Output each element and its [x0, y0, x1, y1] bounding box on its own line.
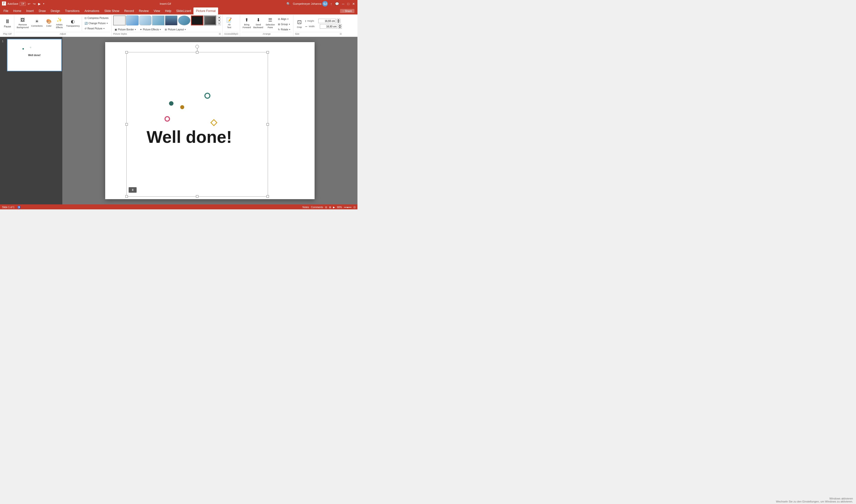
send-backward-label: SendBackward	[253, 23, 263, 29]
crop-button[interactable]: ⊡ Crop	[295, 16, 304, 31]
color-button[interactable]: 🎨 Color	[44, 16, 54, 31]
selection-pane-button[interactable]: ☰ SelectionPane	[265, 16, 276, 31]
picture-style-4[interactable]	[152, 16, 164, 25]
restore-button[interactable]: □	[347, 2, 349, 6]
accessibility-expand[interactable]: ⊡	[236, 33, 238, 35]
menu-draw[interactable]: Draw	[36, 7, 48, 15]
rotate-arrow: ▾	[289, 29, 290, 31]
menu-design[interactable]: Design	[48, 7, 62, 15]
picture-style-3[interactable]	[139, 16, 151, 25]
close-button[interactable]: ✕	[352, 2, 355, 6]
share-icon[interactable]: ↑	[330, 2, 332, 6]
handle-ml[interactable]	[125, 123, 128, 126]
rotate-button[interactable]: ↻ Rotate ▾	[277, 27, 292, 32]
comments-button[interactable]: Comments	[311, 206, 323, 209]
picture-border-label: Picture Border	[118, 28, 134, 31]
ribbon-group-accessibility: 📝 AltText Accessibility ⊡	[222, 15, 240, 36]
menu-record[interactable]: Record	[122, 7, 136, 15]
redo-icon[interactable]: ↪	[33, 2, 36, 6]
search-icon[interactable]: 🔍	[286, 2, 290, 6]
picture-style-7[interactable]	[191, 16, 203, 25]
reset-picture-button[interactable]: ↺ Reset Picture ▾	[83, 26, 110, 31]
shape-teal-ring	[204, 93, 210, 99]
bring-forward-button[interactable]: ⬆ BringForward	[242, 16, 252, 31]
menu-transitions[interactable]: Transitions	[63, 7, 82, 15]
pause-button[interactable]: ⏸ Pause	[2, 16, 13, 31]
menu-home[interactable]: Home	[11, 7, 24, 15]
ps-scroll-up[interactable]: ▲	[217, 16, 221, 19]
align-button[interactable]: ⊟ Align ▾	[277, 16, 292, 21]
handle-tr[interactable]	[266, 51, 269, 54]
slide-thumbnail-1[interactable]: Well done!	[7, 39, 62, 71]
minimize-button[interactable]: ─	[342, 2, 344, 6]
ps-scroll-more[interactable]: ≡	[217, 22, 221, 25]
menu-help[interactable]: Help	[162, 7, 174, 15]
menu-view[interactable]: View	[151, 7, 162, 15]
height-spin-down[interactable]: ▼	[337, 21, 340, 23]
share-button[interactable]: ↑ Share	[340, 9, 355, 13]
picture-style-2[interactable]	[126, 16, 139, 25]
comments-icon[interactable]: 💬	[335, 2, 339, 6]
pause-control-bar[interactable]: ⏸	[129, 187, 137, 193]
undo-icon[interactable]: ↩	[28, 2, 31, 6]
width-input[interactable]	[320, 24, 337, 29]
picture-style-1[interactable]	[113, 16, 126, 25]
menu-slidelizard[interactable]: SlideLizard	[174, 7, 193, 15]
rotate-label: Rotate	[281, 28, 288, 31]
size-expand[interactable]: ⊡	[340, 33, 342, 35]
slide-canvas[interactable]: Well done! ⏸	[105, 42, 315, 199]
handle-br[interactable]	[266, 195, 269, 198]
width-spin-up[interactable]: ▲	[338, 24, 342, 26]
menu-slideshow[interactable]: Slide Show	[102, 7, 122, 15]
picture-layout-button[interactable]: ⊞ Picture Layout ▾	[163, 27, 187, 32]
view-sorter-icon[interactable]: ⊞	[329, 206, 331, 209]
title-bar: 🅿 AutoSave Off ↩ ↪ ▶ ▾ Insert-Gif 🔍 Gump…	[0, 0, 357, 7]
rotate-handle[interactable]	[195, 45, 199, 48]
autosave-toggle[interactable]: Off	[20, 2, 25, 6]
alt-text-icon: 📝	[226, 17, 232, 23]
picture-style-8[interactable]	[204, 16, 216, 25]
height-input[interactable]	[318, 19, 336, 23]
artistic-effects-button[interactable]: ✨ ArtisticEffects	[54, 16, 65, 31]
view-reading-icon[interactable]: ▶	[333, 206, 335, 209]
handle-mr[interactable]	[266, 123, 269, 126]
picture-effects-button[interactable]: ✦ Picture Effects ▾	[138, 27, 162, 32]
remove-bg-label: RemoveBackground	[17, 23, 29, 29]
shape-diamond	[210, 119, 217, 126]
picture-style-5[interactable]	[165, 16, 177, 25]
height-label: Height:	[307, 20, 317, 22]
menu-animations[interactable]: Animations	[82, 7, 102, 15]
handle-tc[interactable]	[196, 51, 198, 54]
width-spin-down[interactable]: ▼	[338, 26, 342, 29]
send-backward-icon: ⬇	[256, 17, 260, 23]
handle-bl[interactable]	[125, 195, 128, 198]
zoom-fit-icon[interactable]: ⊡	[354, 206, 355, 209]
transparency-button[interactable]: ◐ Transparency	[65, 16, 81, 31]
alt-text-button[interactable]: 📝 AltText	[224, 16, 234, 31]
remove-background-button[interactable]: 🖼 RemoveBackground	[16, 16, 30, 31]
handle-tl[interactable]	[125, 51, 128, 54]
view-normal-icon[interactable]: ⊟	[325, 206, 327, 209]
height-spin-up[interactable]: ▲	[337, 19, 340, 21]
change-picture-button[interactable]: 🔄 Change Picture ▾	[83, 21, 110, 26]
menu-picture-format[interactable]: Picture Format	[193, 7, 218, 15]
ps-scroll-down[interactable]: ▼	[217, 19, 221, 22]
picture-border-button[interactable]: ▣ Picture Border ▾	[113, 27, 137, 32]
compress-pictures-button[interactable]: ⊡ Compress Pictures	[83, 16, 110, 20]
picture-style-6[interactable]	[178, 16, 191, 25]
handle-bc[interactable]	[196, 195, 198, 198]
send-backward-button[interactable]: ⬇ SendBackward	[252, 16, 264, 31]
present-icon[interactable]: ▶	[38, 2, 41, 6]
notes-button[interactable]: Notes	[302, 206, 309, 209]
picture-styles-expand[interactable]: ⊡	[219, 33, 221, 35]
menu-review[interactable]: Review	[136, 7, 151, 15]
corrections-button[interactable]: ☀ Corrections	[30, 16, 43, 31]
customize-qat-icon[interactable]: ▾	[43, 2, 44, 5]
user-avatar: GJ	[322, 1, 328, 6]
change-pic-arrow: ▾	[107, 22, 108, 24]
group-button[interactable]: ⊞ Group ▾	[277, 22, 292, 27]
menu-file[interactable]: File	[1, 7, 11, 15]
menu-insert[interactable]: Insert	[24, 7, 36, 15]
accessibility-status[interactable]: ♿	[17, 206, 20, 209]
zoom-slider[interactable]: ━━●━━	[344, 206, 352, 209]
